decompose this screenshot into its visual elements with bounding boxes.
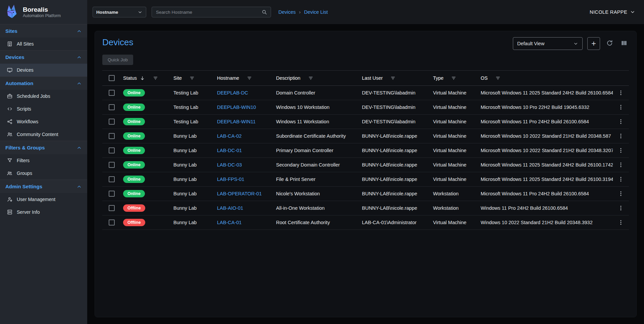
row-checkbox[interactable] [109,219,115,225]
column-header-status[interactable]: Status [121,75,171,81]
hostname-link[interactable]: DEEPLAB-WIN11 [217,119,256,124]
quick-job-button[interactable]: Quick Job [102,55,133,65]
hostname-link[interactable]: LAB-CA-01 [217,220,241,225]
row-menu-button[interactable] [618,191,624,197]
user-menu[interactable]: NICOLE RAPPE [590,9,635,15]
row-menu-button[interactable] [618,133,624,139]
row-menu-button[interactable] [618,205,624,211]
column-filter-icon[interactable] [495,75,501,81]
hostname-link[interactable]: DEEPLAB-WIN10 [217,105,256,110]
hostname-link[interactable]: LAB-DC-03 [217,162,242,168]
sidebar: Borealis Automation Platform SitesAll Si… [0,0,87,324]
user-gear-icon [7,196,13,202]
row-checkbox[interactable] [109,90,115,96]
os-cell: Microsoft Windows 11 2025 Standard 24H2 … [479,90,613,95]
hostname-filter-select[interactable]: Hostname [93,7,146,17]
sidebar-section-filters-groups[interactable]: Filters & Groups [0,141,87,154]
sidebar-item-label: Server Info [17,209,40,215]
sidebar-item-groups[interactable]: Groups [0,167,87,180]
column-header-description[interactable]: Description [274,75,360,81]
column-header-type[interactable]: Type [431,75,479,81]
row-actions-cell [613,191,629,197]
row-menu-button[interactable] [618,147,624,153]
hostname-link[interactable]: LAB-OPERATOR-01 [217,191,262,196]
hostname-link[interactable]: DEEPLAB-DC [217,90,248,95]
hostname-link[interactable]: LAB-CA-02 [217,133,241,139]
column-header-last-user[interactable]: Last User [360,75,431,81]
refresh-button[interactable] [605,38,614,49]
column-filter-icon[interactable] [390,75,396,81]
hostname-link[interactable]: LAB-DC-01 [217,148,242,153]
row-menu-button[interactable] [618,90,624,96]
sidebar-item-filters[interactable]: Filters [0,154,87,167]
sidebar-section-devices[interactable]: Devices [0,50,87,64]
columns-button[interactable] [619,38,629,49]
description-cell: All-in-One Workstation [274,205,360,211]
sidebar-item-label: Scheduled Jobs [17,93,50,99]
sidebar-item-workflows[interactable]: Workflows [0,115,87,128]
os-cell: Windows 11 Pro 24H2 Build 26100.6584 [479,205,613,211]
type-cell: Workstation [431,205,479,211]
row-menu-button[interactable] [618,119,624,125]
column-header-hostname[interactable]: Hostname [215,75,274,81]
column-filter-icon[interactable] [451,75,457,81]
select-all-checkbox[interactable] [109,75,115,81]
breadcrumb-devices[interactable]: Devices [278,9,296,15]
column-filter-icon[interactable] [189,75,195,81]
hostname-cell: LAB-CA-02 [215,133,274,139]
row-checkbox[interactable] [109,205,115,211]
last-user-cell: DEV-TESTING\labadmin [360,90,431,95]
sidebar-item-user-management[interactable]: User Management [0,193,87,206]
column-filter-icon[interactable] [153,75,158,81]
topbar: Hostname Devices › Device List NICOLE RA… [87,0,644,24]
status-badge: Offline [123,204,145,212]
groups-icon [7,170,13,176]
column-header-os[interactable]: OS [479,75,613,81]
sidebar-section-sites[interactable]: Sites [0,24,87,38]
hostname-link[interactable]: LAB-FPS-01 [217,177,244,182]
sort-desc-icon[interactable] [140,75,145,81]
building-icon [7,41,13,47]
site-cell: Bunny Lab [171,220,215,225]
row-menu-button[interactable] [618,176,624,182]
row-checkbox[interactable] [109,119,115,125]
row-checkbox[interactable] [109,176,115,182]
sidebar-item-scheduled-jobs[interactable]: Scheduled Jobs [0,90,87,103]
chevron-up-icon [76,81,82,86]
sidebar-item-devices[interactable]: Devices [0,64,87,76]
chevron-up-icon [76,184,82,189]
row-menu-button[interactable] [618,104,624,110]
column-header-site[interactable]: Site [171,75,215,81]
search-icon[interactable] [262,9,267,15]
breadcrumb-device-list[interactable]: Device List [304,9,328,15]
row-checkbox-cell [102,191,121,197]
sidebar-section-admin-settings[interactable]: Admin Settings [0,180,87,193]
table-header-row: StatusSiteHostnameDescriptionLast UserTy… [102,70,629,86]
os-cell: Microsoft Windows 10 2022 Standard 21H2 … [479,148,613,153]
sidebar-item-server-info[interactable]: Server Info [0,206,87,218]
sidebar-item-all-sites[interactable]: All Sites [0,38,87,50]
row-menu-button[interactable] [618,219,624,225]
view-select[interactable]: Default View [513,37,583,50]
chevron-up-icon [76,145,82,150]
row-checkbox[interactable] [109,104,115,110]
sidebar-item-scripts[interactable]: Scripts [0,103,87,115]
status-cell: Online [121,132,171,140]
site-cell: Bunny Lab [171,133,215,139]
row-menu-button[interactable] [618,162,624,168]
status-badge: Online [123,176,145,183]
sidebar-section-automation[interactable]: Automation [0,76,87,90]
search-input[interactable] [155,9,262,15]
chevron-down-icon [138,10,143,15]
row-checkbox[interactable] [109,191,115,197]
row-checkbox[interactable] [109,133,115,139]
add-view-button[interactable]: + [587,37,600,50]
row-checkbox[interactable] [109,147,115,153]
column-filter-icon[interactable] [308,75,314,81]
status-cell: Online [121,89,171,96]
hostname-link[interactable]: LAB-AIO-01 [217,205,243,211]
column-filter-icon[interactable] [247,75,252,81]
row-actions-cell [613,162,629,168]
sidebar-item-community-content[interactable]: Community Content [0,128,87,141]
row-checkbox[interactable] [109,162,115,168]
